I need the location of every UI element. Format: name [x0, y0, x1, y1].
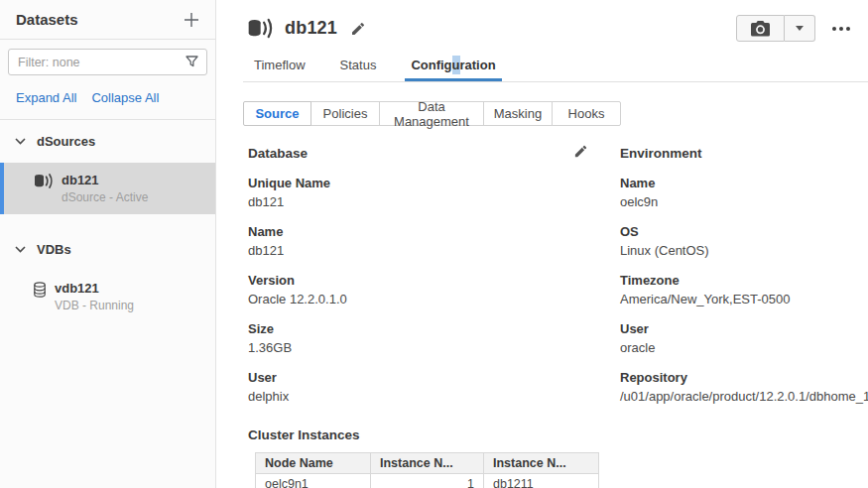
field-os: OS Linux (CentOS): [620, 224, 868, 258]
sidebar-section-vdbs[interactable]: VDBs: [0, 228, 215, 271]
subtab-hooks[interactable]: Hooks: [552, 101, 621, 126]
main-tabs: Timeflow Status Configuration: [216, 54, 868, 81]
field-repository: Repository /u01/app/oracle/product/12.2.…: [620, 370, 868, 404]
main-panel: db121: [216, 0, 868, 488]
dataset-name: vdb121: [55, 281, 134, 296]
edit-database-button[interactable]: [573, 144, 588, 159]
filter-funnel-icon[interactable]: [186, 56, 198, 68]
edit-title-button[interactable]: [350, 21, 366, 37]
field-env-user: User oracle: [620, 321, 868, 355]
section-label: VDBs: [37, 242, 71, 257]
cluster-instances-section: Cluster Instances Node Name Instance N..…: [216, 404, 868, 488]
column-header: Instance N...: [371, 453, 484, 474]
pencil-icon: [350, 21, 366, 37]
table-header-row: Node Name Instance N... Instance N...: [256, 453, 599, 474]
dsource-icon: [33, 174, 54, 188]
field-name: Name db121: [248, 224, 620, 258]
chevron-down-icon: [15, 246, 26, 253]
pencil-icon: [573, 144, 588, 159]
sidebar-section-dsources[interactable]: dSources: [0, 120, 215, 163]
title-actions: [736, 15, 852, 42]
column-header: Instance N...: [484, 453, 599, 474]
field-db-user: User delphix: [248, 370, 620, 404]
snapshot-dropdown-button[interactable]: [785, 15, 815, 42]
dsource-icon: [246, 18, 274, 39]
chevron-down-icon: [15, 138, 26, 145]
sidebar-header: Datasets: [0, 0, 215, 40]
plus-icon: [182, 10, 201, 30]
caret-down-icon: [796, 26, 804, 31]
database-section: Database Unique Name db121 Name db121 Ve…: [248, 146, 620, 404]
section-label: dSources: [37, 134, 95, 149]
tab-configuration[interactable]: Configuration: [409, 54, 497, 81]
title-row: db121: [216, 0, 868, 42]
datasets-sidebar: Datasets Expand All Collapse All: [0, 0, 216, 488]
tab-timeflow[interactable]: Timeflow: [252, 54, 308, 81]
tab-status[interactable]: Status: [338, 54, 379, 81]
database-heading: Database: [248, 146, 620, 161]
subtab-source[interactable]: Source: [243, 101, 311, 126]
page-title: db121: [285, 18, 337, 39]
subtab-data-management[interactable]: Data Management: [379, 101, 484, 126]
source-content: Database Unique Name db121 Name db121 Ve…: [216, 126, 868, 404]
subtab-masking[interactable]: Masking: [483, 101, 553, 126]
field-version: Version Oracle 12.2.0.1.0: [248, 273, 620, 306]
expand-all-link[interactable]: Expand All: [16, 90, 76, 105]
add-dataset-button[interactable]: [181, 9, 202, 31]
configuration-subtabs: Source Policies Data Management Masking …: [243, 101, 868, 126]
sidebar-item-vdb121[interactable]: vdb121 VDB - Running: [0, 271, 215, 322]
field-size: Size 1.36GB: [248, 321, 620, 355]
camera-icon: [751, 21, 770, 37]
cluster-instances-table: Node Name Instance N... Instance N... oe…: [255, 452, 599, 488]
collapse-all-link[interactable]: Collapse All: [91, 90, 159, 105]
field-unique-name: Unique Name db121: [248, 176, 620, 209]
subtab-policies[interactable]: Policies: [310, 101, 380, 126]
environment-section: Environment Name oelc9n OS Linux (CentOS…: [620, 146, 868, 404]
sidebar-item-db121[interactable]: db121 dSource - Active: [0, 163, 215, 214]
filter-field-wrap: [8, 49, 207, 75]
app-window: Datasets Expand All Collapse All: [0, 0, 868, 488]
column-header: Node Name: [256, 453, 371, 474]
dataset-name: db121: [62, 173, 148, 187]
more-actions-button[interactable]: [830, 21, 852, 37]
dataset-status: dSource - Active: [62, 190, 148, 204]
environment-heading: Environment: [620, 146, 868, 161]
field-timezone: Timezone America/New_York,EST-0500: [620, 273, 868, 306]
sidebar-title: Datasets: [16, 11, 78, 28]
filter-input[interactable]: [8, 49, 207, 75]
tree-controls: Expand All Collapse All: [0, 77, 215, 117]
cluster-heading: Cluster Instances: [248, 427, 868, 442]
dataset-status: VDB - Running: [55, 299, 134, 312]
field-env-name: Name oelc9n: [620, 176, 868, 209]
vdb-icon: [33, 282, 47, 298]
text-selection-highlight: u: [452, 56, 460, 74]
ellipsis-icon: [832, 27, 836, 31]
tabs-divider: [243, 81, 868, 82]
snapshot-split-button: [736, 15, 815, 42]
snapshot-button[interactable]: [736, 15, 785, 42]
table-row[interactable]: oelc9n1 1 db1211: [256, 474, 599, 488]
